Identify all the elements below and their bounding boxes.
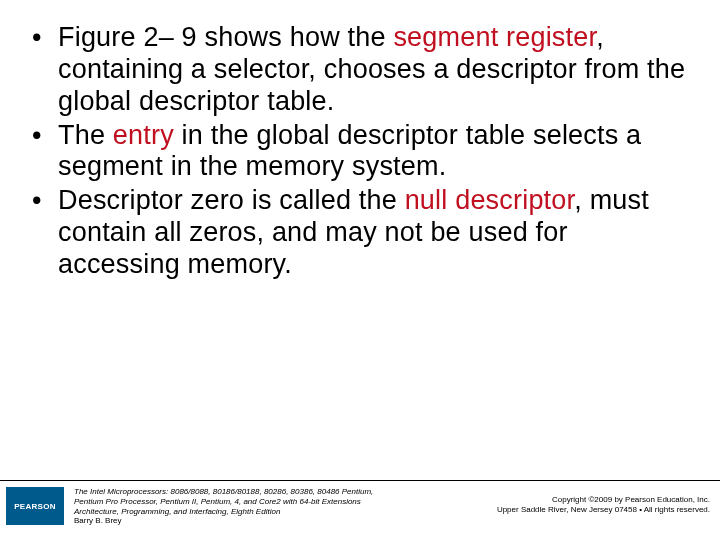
list-item: The entry in the global descriptor table… xyxy=(30,120,690,184)
book-author: Barry B. Brey xyxy=(74,516,470,526)
copyright-line: Copyright ©2009 by Pearson Education, In… xyxy=(480,495,710,505)
pearson-logo: PEARSON xyxy=(6,487,64,525)
bullet-list: Figure 2– 9 shows how the segment regist… xyxy=(30,22,690,281)
bullet-highlight: entry xyxy=(113,120,174,150)
book-title-line: Architecture, Programming, and Interfaci… xyxy=(74,507,470,517)
list-item: Figure 2– 9 shows how the segment regist… xyxy=(30,22,690,118)
bullet-text-pre: Figure 2– 9 shows how the xyxy=(58,22,393,52)
content-area: Figure 2– 9 shows how the segment regist… xyxy=(0,0,720,480)
book-title-line: The Intel Microprocessors: 8086/8088, 80… xyxy=(74,487,470,497)
footer: PEARSON The Intel Microprocessors: 8086/… xyxy=(0,480,720,540)
book-info: The Intel Microprocessors: 8086/8088, 80… xyxy=(74,485,470,526)
copyright-line: Upper Saddle River, New Jersey 07458 • A… xyxy=(480,505,710,515)
bullet-highlight: segment register xyxy=(393,22,596,52)
bullet-text-pre: Descriptor zero is called the xyxy=(58,185,405,215)
bullet-highlight: null descriptor xyxy=(405,185,575,215)
slide: Figure 2– 9 shows how the segment regist… xyxy=(0,0,720,540)
copyright: Copyright ©2009 by Pearson Education, In… xyxy=(480,485,710,515)
bullet-text-pre: The xyxy=(58,120,113,150)
book-title-line: Pentium Pro Processor, Pentium II, Penti… xyxy=(74,497,470,507)
list-item: Descriptor zero is called the null descr… xyxy=(30,185,690,281)
